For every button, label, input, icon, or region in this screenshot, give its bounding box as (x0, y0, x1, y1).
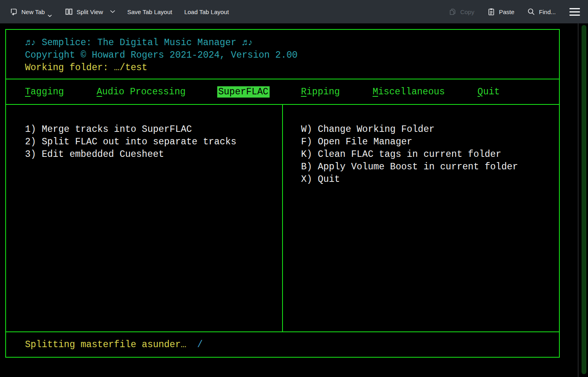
scrollbar-track[interactable] (578, 23, 588, 377)
menu-tab-ripping[interactable]: Ripping (301, 87, 340, 97)
menu-label: ipping (307, 87, 340, 97)
tui-header: ♬♪ Semplice: The Digital Music Manager ♬… (6, 30, 559, 79)
paste-label: Paste (499, 8, 514, 15)
menu-hotkey: M (372, 87, 378, 97)
tui-frame: ♬♪ Semplice: The Digital Music Manager ♬… (5, 29, 560, 358)
hamburger-menu-icon (569, 8, 580, 9)
split-view-button[interactable]: Split View (64, 6, 116, 17)
menu-label: agging (31, 87, 64, 97)
app-window: New Tab Split View Save Tab Layout Load … (0, 0, 588, 377)
list-item: 3) Edit embedded Cuesheet (25, 148, 282, 161)
menu-hotkey: S (218, 87, 224, 97)
new-tab-button[interactable]: New Tab (9, 6, 54, 17)
chevron-down-icon (110, 10, 115, 13)
terminal-screen[interactable]: ♬♪ Semplice: The Digital Music Manager ♬… (0, 23, 588, 377)
find-button[interactable]: Find... (526, 6, 557, 17)
chevron-down-icon (48, 15, 52, 17)
find-label: Find... (539, 8, 556, 15)
menu-tab-superflac[interactable]: SuperFLAC (217, 86, 270, 98)
working-folder-line: Working folder: …/test (25, 62, 559, 74)
copy-icon (449, 8, 457, 16)
app-title: ♬♪ Semplice: The Digital Music Manager ♬… (25, 37, 559, 49)
split-view-label: Split View (77, 8, 103, 15)
new-tab-icon (10, 8, 18, 16)
list-item: X) Quit (301, 173, 559, 186)
toolbar-left-group: New Tab Split View Save Tab Layout Load … (0, 6, 230, 17)
menu-label: udio Processing (102, 87, 185, 97)
menu-tab-quit[interactable]: Quit (478, 87, 500, 97)
progress-spinner: / (197, 340, 203, 350)
list-item: B) Apply Volume Boost in current folder (301, 161, 559, 173)
menu-hotkey: T (25, 87, 31, 97)
paste-button[interactable]: Paste (486, 6, 515, 17)
list-item: 2) Split FLAC out into separate tracks (25, 136, 282, 148)
tui-menu-bar: Tagging Audio Processing SuperFLAC Rippi… (6, 79, 559, 105)
list-item: K) Clean FLAC tags in current folder (301, 148, 559, 161)
menu-hotkey: R (301, 87, 307, 97)
menu-label: uperFLAC (224, 87, 268, 97)
tui-content: 1) Merge tracks into SuperFLAC 2) Split … (6, 105, 559, 331)
status-message: Splitting masterfile asunder… (25, 340, 186, 350)
list-item: F) Open File Manager (301, 136, 559, 148)
search-icon (527, 8, 535, 16)
menu-tab-miscellaneous[interactable]: Miscellaneous (372, 87, 445, 97)
menu-label: iscellaneous (378, 87, 445, 97)
list-item: 1) Merge tracks into SuperFLAC (25, 123, 282, 136)
new-tab-label: New Tab (21, 8, 45, 15)
split-view-icon (65, 8, 73, 16)
copy-label: Copy (460, 8, 474, 15)
menu-hotkey: Q (478, 87, 483, 97)
menu-hotkey: A (97, 87, 102, 97)
hamburger-menu-button[interactable] (568, 6, 582, 17)
menu-tab-audio-processing[interactable]: Audio Processing (97, 87, 186, 97)
global-options-panel: W) Change Working Folder F) Open File Ma… (283, 105, 559, 331)
menu-label: uit (483, 87, 500, 97)
scrollbar-thumb[interactable] (582, 25, 586, 374)
copyright-line: Copyright © Howard Rogers 2021-2024, Ver… (25, 49, 559, 62)
toolbar-right-group: Copy Paste Find... (448, 6, 588, 17)
load-tab-layout-button[interactable]: Load Tab Layout (183, 7, 230, 17)
save-tab-layout-label: Save Tab Layout (127, 8, 172, 15)
load-tab-layout-label: Load Tab Layout (184, 8, 229, 15)
superflac-options-panel: 1) Merge tracks into SuperFLAC 2) Split … (6, 105, 283, 331)
copy-button[interactable]: Copy (448, 6, 475, 17)
list-item: W) Change Working Folder (301, 123, 559, 136)
paste-icon (487, 8, 495, 16)
tui-status-bar: Splitting masterfile asunder… / (6, 331, 559, 357)
terminal-toolbar: New Tab Split View Save Tab Layout Load … (0, 0, 588, 23)
save-tab-layout-button[interactable]: Save Tab Layout (127, 7, 173, 17)
menu-tab-tagging[interactable]: Tagging (25, 87, 64, 97)
